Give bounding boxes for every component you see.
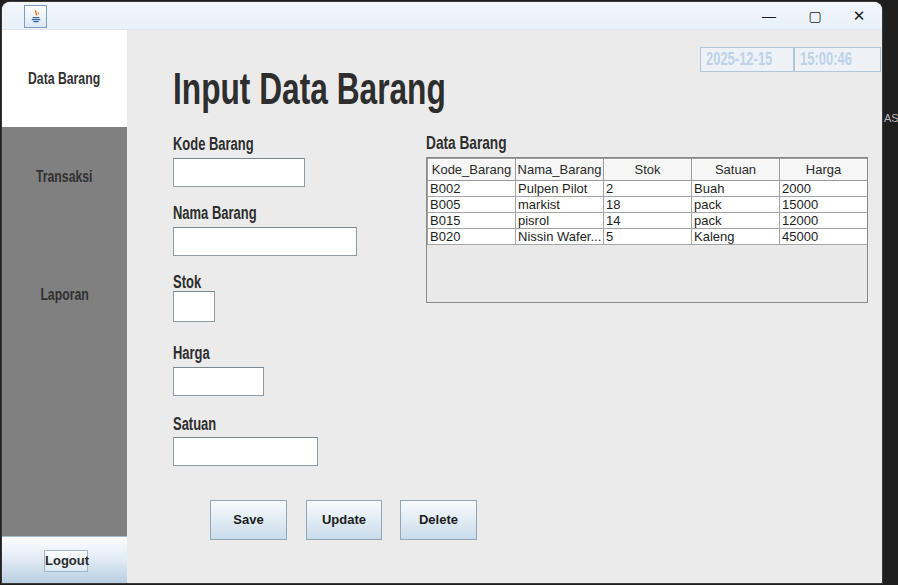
harga-label: Harga xyxy=(173,343,224,364)
table-cell: markist xyxy=(516,197,604,213)
date-value: 2025-12-15 xyxy=(706,49,772,70)
time-value: 15:00:46 xyxy=(800,49,852,70)
table-cell: pack xyxy=(692,197,780,213)
table-cell: Buah xyxy=(692,181,780,197)
table-cell: B015 xyxy=(428,213,516,229)
stok-label: Stok xyxy=(173,272,212,293)
satuan-input[interactable] xyxy=(173,437,318,466)
kode-barang-label: Kode Barang xyxy=(173,134,285,155)
table-row[interactable]: B015 pisrol 14 pack 12000 xyxy=(428,213,868,229)
sidebar-item-label: Data Barang xyxy=(28,30,100,127)
logout-panel: Logout xyxy=(2,536,127,583)
nama-barang-label: Nama Barang xyxy=(173,203,289,224)
sidebar-item-label: Laporan xyxy=(40,270,88,320)
table-cell: 12000 xyxy=(780,213,868,229)
java-app-icon[interactable] xyxy=(24,5,47,28)
titlebar: — ▢ ✕ xyxy=(2,2,882,30)
table-cell: Nissin Wafer... xyxy=(516,229,604,245)
table-title: Data Barang xyxy=(426,132,538,154)
update-button[interactable]: Update xyxy=(306,500,382,540)
minimize-button[interactable]: — xyxy=(752,2,786,30)
table-header-row: Kode_Barang Nama_Barang Stok Satuan Harg… xyxy=(428,159,868,181)
column-header[interactable]: Harga xyxy=(780,159,868,181)
sidebar-item-laporan[interactable]: Laporan xyxy=(2,270,127,320)
app-window: — ▢ ✕ Data Barang Transaksi Laporan Logo… xyxy=(2,2,882,583)
harga-input[interactable] xyxy=(173,367,264,396)
maximize-button[interactable]: ▢ xyxy=(798,2,832,30)
table-cell: B002 xyxy=(428,181,516,197)
sidebar-item-data-barang[interactable]: Data Barang xyxy=(2,30,127,127)
date-field[interactable]: 2025-12-15 xyxy=(700,47,794,72)
column-header[interactable]: Satuan xyxy=(692,159,780,181)
table-cell: 2000 xyxy=(780,181,868,197)
table-cell: 45000 xyxy=(780,229,868,245)
time-field[interactable]: 15:00:46 xyxy=(794,47,881,72)
delete-button[interactable]: Delete xyxy=(400,500,477,540)
logout-button[interactable]: Logout xyxy=(44,550,88,572)
satuan-label: Satuan xyxy=(173,414,233,435)
table-cell: 5 xyxy=(604,229,692,245)
column-header[interactable]: Kode_Barang xyxy=(428,159,516,181)
save-button[interactable]: Save xyxy=(210,500,287,540)
sidebar: Data Barang Transaksi Laporan Logout xyxy=(2,30,127,583)
desktop-icon-label-fragment: AS xyxy=(884,112,898,124)
column-header[interactable]: Stok xyxy=(604,159,692,181)
sidebar-item-transaksi[interactable]: Transaksi xyxy=(2,152,127,202)
sidebar-item-label: Transaksi xyxy=(36,152,92,202)
java-coffee-icon xyxy=(28,9,44,25)
page-title: Input Data Barang xyxy=(173,64,552,114)
column-header[interactable]: Nama_Barang xyxy=(516,159,604,181)
table-row[interactable]: B020 Nissin Wafer... 5 Kaleng 45000 xyxy=(428,229,868,245)
table-cell: Kaleng xyxy=(692,229,780,245)
nama-barang-input[interactable] xyxy=(173,227,357,256)
main-panel: Input Data Barang 2025-12-15 15:00:46 Ko… xyxy=(127,30,882,583)
data-barang-table[interactable]: Kode_Barang Nama_Barang Stok Satuan Harg… xyxy=(427,158,868,245)
table-row[interactable]: B005 markist 18 pack 15000 xyxy=(428,197,868,213)
close-button[interactable]: ✕ xyxy=(842,2,876,30)
table-cell: 18 xyxy=(604,197,692,213)
table-cell: B005 xyxy=(428,197,516,213)
table-cell: 2 xyxy=(604,181,692,197)
table-scrollpane[interactable]: Kode_Barang Nama_Barang Stok Satuan Harg… xyxy=(426,157,868,303)
stok-input[interactable] xyxy=(173,291,215,322)
table-cell: Pulpen Pilot xyxy=(516,181,604,197)
table-cell: B020 xyxy=(428,229,516,245)
table-cell: pack xyxy=(692,213,780,229)
kode-barang-input[interactable] xyxy=(173,158,305,187)
table-row[interactable]: B002 Pulpen Pilot 2 Buah 2000 xyxy=(428,181,868,197)
table-cell: pisrol xyxy=(516,213,604,229)
table-cell: 14 xyxy=(604,213,692,229)
table-cell: 15000 xyxy=(780,197,868,213)
